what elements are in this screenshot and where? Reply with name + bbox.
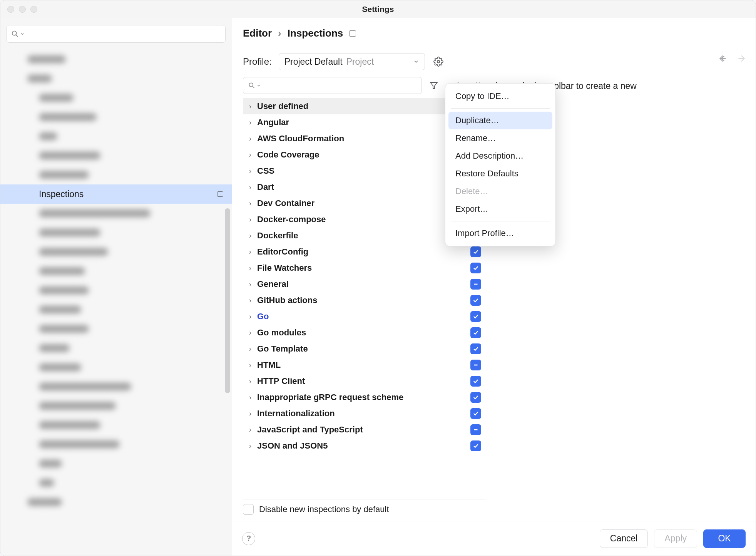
chevron-right-icon: › — [247, 102, 253, 111]
inspection-row[interactable]: ›Go modules — [243, 325, 486, 341]
inspection-checkbox[interactable] — [470, 343, 481, 354]
inspection-checkbox[interactable] — [470, 279, 481, 290]
breadcrumb-root[interactable]: Editor — [243, 27, 272, 39]
filter-button[interactable] — [426, 77, 442, 94]
inspection-label: Inappropriate gRPC request scheme — [257, 392, 403, 402]
chevron-right-icon: › — [247, 183, 253, 191]
inspection-row[interactable]: ›Go — [243, 308, 486, 325]
inspection-checkbox[interactable] — [470, 424, 481, 435]
inspection-row[interactable]: ›Go Template — [243, 341, 486, 357]
inspection-label: Docker-compose — [257, 214, 326, 224]
profile-scope: Project — [346, 57, 374, 67]
svg-line-6 — [253, 87, 254, 88]
project-scope-icon — [217, 191, 223, 197]
menu-restore-defaults[interactable]: Restore Defaults — [448, 165, 552, 183]
inspection-row[interactable]: ›General — [243, 276, 486, 292]
sidebar-item-inspections[interactable]: Inspections — [0, 184, 232, 204]
inspection-row[interactable]: ›HTML — [243, 357, 486, 373]
profile-name: Project Default — [284, 57, 343, 67]
chevron-right-icon: › — [247, 410, 253, 418]
help-button[interactable]: ? — [242, 532, 255, 545]
inspection-row[interactable]: ›JavaScript and TypeScript — [243, 422, 486, 438]
nav-forward-icon[interactable] — [736, 54, 746, 64]
window-title: Settings — [0, 5, 756, 14]
inspection-checkbox[interactable] — [470, 392, 481, 403]
menu-rename[interactable]: Rename… — [448, 129, 552, 147]
apply-button[interactable]: Apply — [654, 529, 697, 548]
inspection-label: File Watchers — [257, 263, 312, 273]
sidebar-search-input[interactable] — [7, 25, 226, 43]
chevron-right-icon: › — [247, 167, 253, 175]
ok-button[interactable]: OK — [703, 529, 746, 548]
menu-delete: Delete… — [448, 183, 552, 200]
filter-icon — [429, 81, 438, 90]
inspection-row[interactable]: ›JSON and JSON5 — [243, 438, 486, 454]
chevron-down-icon — [413, 59, 419, 65]
inspection-row[interactable]: ›Internationalization — [243, 405, 486, 422]
inspection-row[interactable]: ›HTTP Client — [243, 373, 486, 389]
menu-import-profile[interactable]: Import Profile… — [448, 224, 552, 242]
inspection-label: CSS — [257, 166, 274, 176]
inspection-row[interactable]: ›Inappropriate gRPC request scheme — [243, 389, 486, 405]
inspection-label: Dart — [257, 182, 274, 192]
inspection-label: GitHub actions — [257, 295, 317, 305]
profile-gear-button[interactable] — [432, 55, 445, 68]
inspection-label: General — [257, 279, 289, 289]
inspection-label: EditorConfig — [257, 247, 308, 257]
chevron-right-icon: › — [247, 264, 253, 272]
inspection-checkbox[interactable] — [470, 311, 481, 322]
breadcrumb-current: Inspections — [288, 27, 343, 39]
inspection-label: Angular — [257, 117, 289, 127]
inspection-checkbox[interactable] — [470, 408, 481, 419]
profile-label: Profile: — [243, 56, 272, 67]
inspection-label: Internationalization — [257, 409, 335, 419]
chevron-right-icon: › — [247, 135, 253, 143]
chevron-right-icon: › — [247, 151, 253, 159]
disable-new-label: Disable new inspections by default — [259, 504, 389, 514]
inspection-checkbox[interactable] — [470, 246, 481, 257]
inspection-search-input[interactable] — [243, 77, 422, 94]
inspection-row[interactable]: ›GitHub actions — [243, 292, 486, 308]
nav-back-icon[interactable] — [718, 54, 728, 64]
chevron-down-icon — [20, 32, 25, 36]
chevron-right-icon: › — [247, 345, 253, 353]
settings-window: Settings Inspections — [0, 0, 756, 556]
inspection-checkbox[interactable] — [470, 360, 481, 370]
chevron-right-icon: › — [247, 216, 253, 224]
inspection-checkbox[interactable] — [470, 327, 481, 338]
cancel-button[interactable]: Cancel — [600, 529, 648, 548]
inspection-row[interactable]: ›File Watchers — [243, 260, 486, 276]
inspection-label: HTTP Client — [257, 376, 305, 386]
menu-export[interactable]: Export… — [448, 200, 552, 218]
dialog-footer: ? Cancel Apply OK — [232, 521, 756, 556]
gear-icon — [433, 57, 443, 67]
inspection-checkbox[interactable] — [470, 440, 481, 451]
svg-point-0 — [12, 31, 17, 35]
menu-copy-to-ide[interactable]: Copy to IDE… — [448, 87, 552, 105]
inspection-checkbox[interactable] — [470, 295, 481, 306]
chevron-right-icon: › — [247, 232, 253, 240]
chevron-right-icon: › — [247, 296, 253, 305]
breadcrumb-separator: › — [278, 27, 281, 39]
search-icon — [248, 82, 256, 89]
inspection-label: JavaScript and TypeScript — [257, 425, 363, 435]
body: Inspections — [0, 18, 756, 556]
chevron-right-icon: › — [247, 329, 253, 337]
profile-actions-menu: Copy to IDE… Duplicate… Rename… Add Desc… — [445, 83, 556, 246]
inspection-label: Dockerfile — [257, 231, 298, 241]
sidebar: Inspections — [0, 18, 232, 556]
menu-duplicate[interactable]: Duplicate… — [448, 112, 552, 129]
chevron-down-icon — [256, 83, 261, 88]
menu-add-description[interactable]: Add Description… — [448, 147, 552, 165]
inspection-label: Code Coverage — [257, 150, 319, 160]
inspection-checkbox[interactable] — [470, 376, 481, 387]
disable-new-checkbox[interactable] — [243, 504, 254, 515]
sidebar-scrollbar[interactable] — [225, 208, 230, 393]
sidebar-item-label: Inspections — [39, 189, 84, 199]
profile-select[interactable]: Project Default Project — [279, 53, 425, 70]
svg-point-4 — [437, 60, 440, 63]
inspection-checkbox[interactable] — [470, 263, 481, 273]
settings-tree[interactable]: Inspections — [0, 47, 232, 556]
chevron-right-icon: › — [247, 361, 253, 369]
search-icon — [11, 30, 19, 38]
